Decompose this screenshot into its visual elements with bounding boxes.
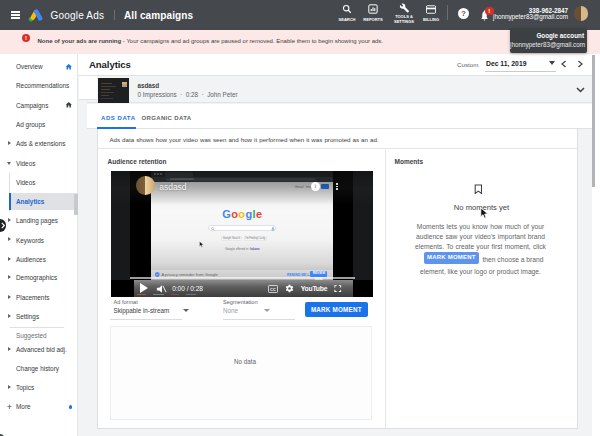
svg-text:CC: CC (270, 287, 276, 292)
